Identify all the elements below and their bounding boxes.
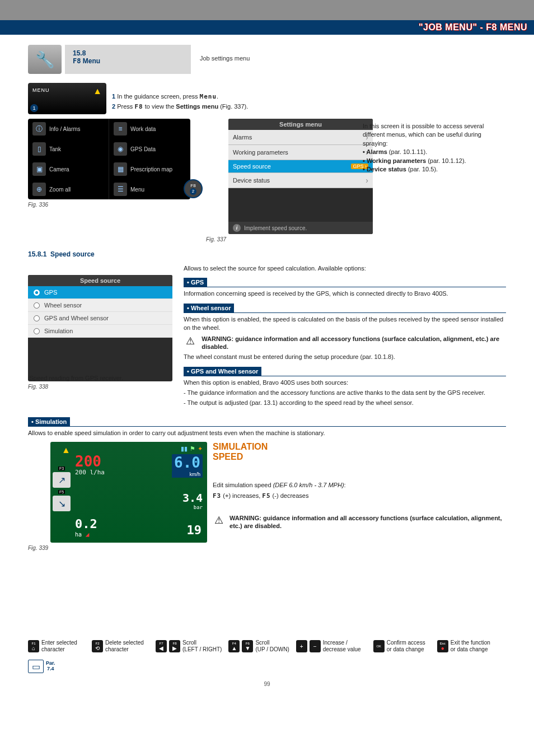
settings-menu-screenshot: Settings menu Alarms› Working parameters… [228,119,373,234]
speed-source-title: Speed source [28,275,172,286]
f2-desc: Delete selected character [105,640,149,653]
gw-p3: - The output is adjusted (par. 13.1) acc… [184,399,506,407]
value-19: 19 [187,523,202,537]
speed-source-screenshot: Speed source GPS Wheel sensor GPS and Wh… [28,275,172,381]
gps-desc: Information concerning speed is received… [184,290,506,298]
speed-hint: iSpeed reading from GPS receiver. [28,375,172,381]
esc-desc: Exit the function or data change [451,640,494,653]
area-display: 0.2ha ◢ [75,517,97,538]
f3-button: F3↗ [53,472,71,488]
settings-title: Settings menu [228,119,373,130]
option-simulation: Simulation [28,325,172,338]
sim-warning: WARNING: guidance information and all ac… [229,514,506,530]
f5-button: F5↘ [53,496,71,511]
footer-key-legend: F1⌂ Enter selected character F2⟲ Delete … [0,634,534,678]
page-number: 99 [0,678,534,697]
section-caption: Job settings menu [191,45,250,74]
settings-item-working-params: Working parameters› [228,145,373,160]
f1-key-icon: F1⌂ [28,640,39,652]
instruction-text: 1 In the guidance screen, press Menu. 2 … [112,83,248,114]
f1-desc: Enter selected character [41,640,85,653]
par-ref: Par.7.4 [46,661,55,672]
f2-key-icon: F2⟲ [92,640,103,652]
f8-badge: F8 2 [184,179,203,198]
warning-text: WARNING: guidance information and all ac… [202,335,506,351]
speed-intro: Allows to select the source for speed ca… [184,264,506,273]
simulation-speed-title: SIMULATIONSPEED [213,442,506,461]
settings-side-note: In this screen it is possible to access … [358,119,506,174]
gps-heading: • GPS [184,278,207,287]
simulation-heading: • Simulation [28,417,70,426]
wheel-sensor-heading: • Wheel sensor [184,304,234,312]
esc-key-icon: Esc● [437,640,448,652]
chapter-banner: "JOB MENU" - F8 MENU [0,20,534,35]
workdata-icon: ≡ [114,122,127,136]
info-icon: ⓘ [32,122,46,136]
rxmap-icon: ▦ [114,162,127,176]
gps-wheel-heading: • GPS and Wheel sensor [184,367,261,376]
section-number: 15.8 [73,49,183,57]
rate-display: 200200 l/ha [75,455,105,475]
option-gps: GPS [28,286,172,299]
radio-icon [34,328,40,334]
menu-label-small: MENU [32,87,102,93]
f3-f5-desc: F3 (+) increases, F5 (-) decreases [213,492,506,500]
subsection-heading: 15.8.1 Speed source [28,250,506,258]
section-title-box: 15.8 F8 Menu [65,45,191,74]
warning-triangle-icon: ▲ [62,445,71,455]
pressure-display: 3.4bar [182,491,203,510]
edit-sim-speed: Edit simulation speed (DEF 6.0 km/h - 3.… [213,481,506,489]
radio-icon [34,302,40,309]
warning-triangle-icon: ▲ [93,86,102,96]
job-menu-screenshot: ⓘInfo / Alarms ≡Work data ▯Tank ◉GPS Dat… [28,119,190,199]
ok-desc: Confirm access or data change [387,640,430,653]
menu-label: Menu [83,57,100,65]
speed-display: 6.0km/h [172,454,203,478]
option-gps-wheel: GPS and Wheel sensor [28,312,172,325]
settings-item-device-status: Device status› [228,173,373,188]
gps-icon: ◉ [114,142,127,156]
wheel-desc1: When this option is enabled, the speed i… [184,315,506,333]
menu-icon: ☰ [114,183,127,196]
f8-label: F8 [73,57,81,65]
f6-key-icon: F6▼ [242,640,253,652]
guidance-menu-thumb: ▲ MENU 1 [28,83,106,114]
ud-desc: Scroll(UP / DOWN) [255,640,289,653]
wheel-desc2: The wheel constant must be entered durin… [184,353,506,361]
settings-item-speed-source: Speed sourceGPS › [228,160,373,173]
option-wheel-sensor: Wheel sensor [28,299,172,312]
camera-icon: ▣ [32,162,46,176]
fig337-caption: Fig. 337 [206,236,350,242]
f4-key-icon: F4▲ [228,640,240,652]
gw-p1: When this option is enabled, Bravo 400S … [184,379,506,387]
lr-desc: Scroll(LEFT / RIGHT) [182,640,222,653]
sim-desc: Allows to enable speed simulation in ord… [28,429,506,437]
zoom-icon: ⊕ [32,183,46,196]
chevron-right-icon: › [366,176,368,185]
tank-icon: ▯ [32,142,46,156]
settings-hint: iImplement speed source. [228,222,373,234]
status-icons: ▮▮⚑✦ [181,445,203,452]
plus-key-icon: + [296,640,307,652]
info-icon: i [233,224,241,232]
wrench-icon: 🔧 [28,45,62,74]
ok-key-icon: OK [373,640,385,652]
simulation-screenshot: ▲ ▮▮⚑✦ 200200 l/ha 6.0km/h F3↗ F5↘ 3.4ba… [50,442,207,543]
top-grey-bar [0,0,534,20]
fig336-caption: Fig. 336 [28,202,198,208]
fig338-caption: Fig. 338 [28,384,172,390]
radio-icon [34,315,40,321]
warning-triangle-icon: ⚠ [213,514,225,526]
f8-key-icon: F8▶ [169,640,180,652]
f7-key-icon: F7◀ [156,640,167,652]
step-badge-1: 1 [30,104,38,112]
pm-desc: Increase / decrease value [323,640,367,653]
warning-triangle-icon: ⚠ [184,335,197,347]
radio-icon [34,290,40,296]
gw-p2: - The guidance information and the acces… [184,389,506,397]
settings-item-alarms: Alarms› [228,130,373,145]
minus-key-icon: − [310,640,321,652]
fig339-caption: Fig. 339 [28,545,207,551]
book-icon: ▭ [28,660,44,673]
